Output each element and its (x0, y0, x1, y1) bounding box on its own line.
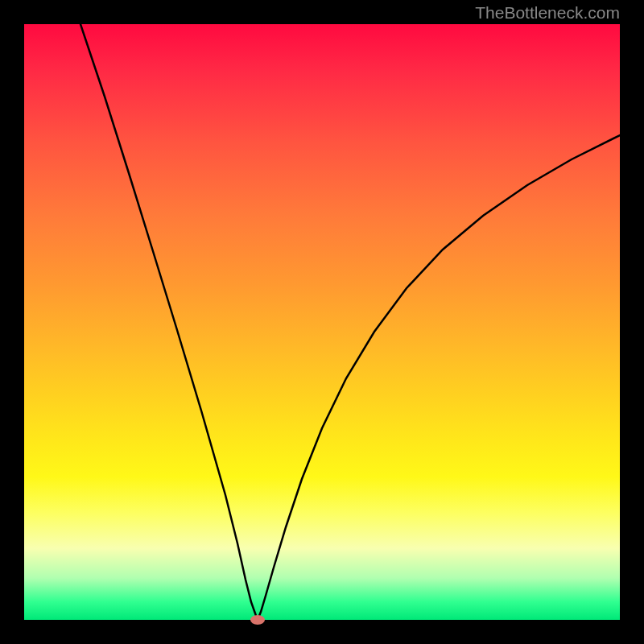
optimal-point-marker (250, 615, 265, 625)
bottleneck-curve (24, 24, 620, 620)
watermark-label: TheBottleneck.com (475, 3, 620, 23)
chart-frame: TheBottleneck.com (0, 0, 644, 644)
